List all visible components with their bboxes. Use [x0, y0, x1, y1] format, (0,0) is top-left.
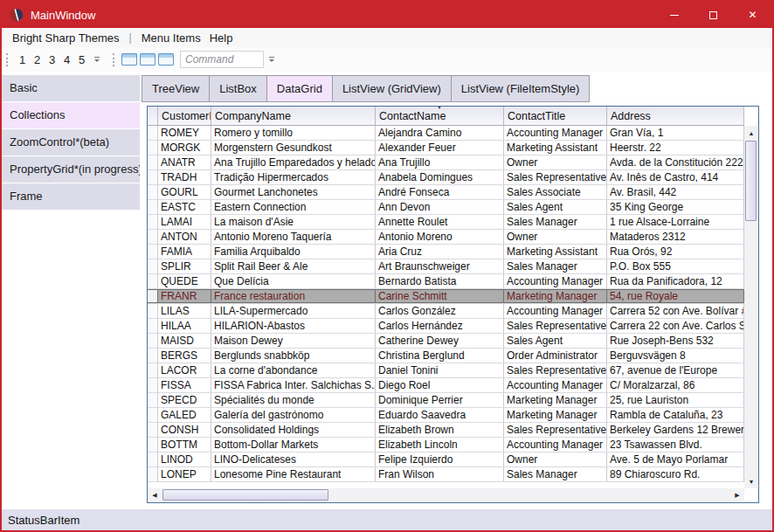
- toolbar-button-3[interactable]: 3: [45, 53, 59, 66]
- grid-cell[interactable]: 89 Chiaroscuro Rd.: [607, 467, 744, 481]
- grid-cell[interactable]: 54, rue Royale: [607, 289, 744, 303]
- grid-cell[interactable]: Morgenstern Gesundkost: [211, 141, 376, 155]
- grid-cell[interactable]: Ave. 5 de Mayo Porlamar: [607, 453, 744, 466]
- grid-cell[interactable]: HILAA: [158, 319, 211, 333]
- grid-cell[interactable]: Accounting Manager: [504, 274, 607, 288]
- grid-cell[interactable]: MAISD: [158, 334, 211, 348]
- grid-cell[interactable]: Aria Cruz: [376, 245, 504, 259]
- grid-cell[interactable]: Marketing Assistant: [504, 245, 607, 259]
- grid-cell[interactable]: Ana Trujillo Emparedados y helados: [211, 155, 376, 169]
- table-row[interactable]: QUEDEQue DelíciaBernardo BatistaAccounti…: [148, 274, 744, 289]
- grid-cell[interactable]: MORGK: [158, 141, 211, 155]
- scroll-up-icon[interactable]: ▲: [744, 126, 758, 140]
- table-row[interactable]: GALEDGalería del gastrónomoEduardo Saave…: [148, 408, 744, 423]
- grid-cell[interactable]: C/ Moralzarzal, 86: [607, 378, 744, 392]
- toolbar-overflow-icon[interactable]: [266, 52, 276, 66]
- sidebar-item-basic[interactable]: Basic: [2, 75, 140, 101]
- grid-cell[interactable]: TRADH: [158, 170, 211, 184]
- window-style-icon[interactable]: [140, 53, 155, 66]
- grid-cell[interactable]: Carrera 52 con Ave. Bolívar #6: [607, 304, 744, 318]
- row-header-stub[interactable]: [148, 319, 158, 333]
- grid-cell[interactable]: ANTON: [158, 230, 211, 244]
- table-row[interactable]: SPLIRSplit Rail Beer & AleArt Braunschwe…: [148, 259, 744, 274]
- toolbar-grip-icon[interactable]: [113, 53, 117, 66]
- grid-cell[interactable]: Accounting Manager: [504, 126, 607, 140]
- grid-cell[interactable]: Av. Inês de Castro, 414: [607, 170, 744, 184]
- grid-cell[interactable]: LINO-Delicateses: [211, 453, 376, 466]
- grid-cell[interactable]: Maison Dewey: [211, 334, 376, 348]
- grid-cell[interactable]: Carlos Hernández: [376, 319, 504, 333]
- grid-cell[interactable]: GALED: [158, 408, 211, 422]
- grid-cell[interactable]: ANATR: [158, 155, 211, 169]
- toolbar-button-4[interactable]: 4: [59, 53, 74, 66]
- row-header-stub[interactable]: [148, 215, 158, 229]
- grid-cell[interactable]: Sales Representative: [504, 423, 607, 437]
- grid-cell[interactable]: SPECD: [158, 393, 211, 407]
- table-row[interactable]: ANATRAna Trujillo Emparedados y heladosA…: [148, 155, 744, 170]
- window-style-icon[interactable]: [158, 53, 174, 66]
- toolbar-overflow-icon[interactable]: [92, 52, 101, 66]
- grid-cell[interactable]: Carlos González: [376, 304, 504, 318]
- grid-cell[interactable]: Av. Brasil, 442: [607, 185, 744, 199]
- row-header-stub[interactable]: [148, 274, 158, 288]
- grid-cell[interactable]: Elizabeth Brown: [376, 423, 504, 437]
- grid-cell[interactable]: Romero y tomillo: [211, 126, 376, 140]
- grid-cell[interactable]: Ana Trujillo: [376, 155, 504, 169]
- grid-cell[interactable]: Sales Representative: [504, 170, 607, 184]
- grid-cell[interactable]: Diego Roel: [376, 378, 504, 392]
- grid-cell[interactable]: BOTTM: [158, 438, 211, 452]
- grid-cell[interactable]: LONEP: [158, 467, 211, 481]
- table-row[interactable]: MAISDMaison DeweyCatherine DeweySales Ag…: [148, 334, 744, 349]
- grid-cell[interactable]: Owner: [504, 453, 607, 466]
- grid-cell[interactable]: France restauration: [211, 289, 376, 303]
- scroll-left-icon[interactable]: ◀: [148, 488, 162, 502]
- row-header-stub[interactable]: [148, 467, 158, 481]
- grid-cell[interactable]: Order Administrator: [504, 349, 607, 363]
- row-header-stub[interactable]: [148, 141, 158, 155]
- grid-cell[interactable]: Lonesome Pine Restaurant: [211, 467, 376, 481]
- minimize-button[interactable]: [654, 2, 694, 28]
- toolbar-button-5[interactable]: 5: [74, 53, 89, 66]
- close-button[interactable]: ✕: [733, 2, 772, 28]
- grid-cell[interactable]: Sales Associate: [504, 185, 607, 199]
- scroll-down-icon[interactable]: ▼: [744, 474, 758, 488]
- row-header-stub[interactable]: [148, 453, 158, 466]
- maximize-button[interactable]: [694, 2, 733, 28]
- grid-cell[interactable]: Accounting Manager: [504, 304, 607, 318]
- grid-cell[interactable]: GOURL: [158, 185, 211, 199]
- row-header-stub[interactable]: [148, 408, 158, 422]
- grid-cell[interactable]: FRANR: [158, 289, 211, 303]
- table-row[interactable]: LAMAILa maison d'AsieAnnette RouletSales…: [148, 215, 744, 230]
- grid-cell[interactable]: Gourmet Lanchonetes: [211, 185, 376, 199]
- grid-cell[interactable]: Spécialités du monde: [211, 393, 376, 407]
- menu-item-help[interactable]: Help: [205, 31, 238, 45]
- grid-cell[interactable]: P.O. Box 555: [607, 259, 744, 273]
- grid-cell[interactable]: Anabela Domingues: [376, 170, 504, 184]
- table-row[interactable]: BOTTMBottom-Dollar MarketsElizabeth Linc…: [148, 438, 744, 453]
- grid-cell[interactable]: Fran Wilson: [376, 467, 504, 481]
- grid-cell[interactable]: Accounting Manager: [504, 378, 607, 392]
- grid-cell[interactable]: LILAS: [158, 304, 211, 318]
- grid-cell[interactable]: Art Braunschweiger: [376, 259, 504, 273]
- table-row[interactable]: CONSHConsolidated HoldingsElizabeth Brow…: [148, 423, 744, 438]
- grid-cell[interactable]: Familia Arquibaldo: [211, 245, 376, 259]
- grid-cell[interactable]: Sales Representative: [504, 363, 607, 377]
- grid-cell[interactable]: Rua da Panificadora, 12: [607, 274, 744, 288]
- grid-cell[interactable]: Rue Joseph-Bens 532: [607, 334, 744, 348]
- grid-cell[interactable]: Split Rail Beer & Ale: [211, 259, 376, 273]
- grid-cell[interactable]: Berkeley Gardens 12 Brewery: [607, 423, 744, 437]
- grid-cell[interactable]: Mataderos 2312: [607, 230, 744, 244]
- table-row[interactable]: LACORLa corne d'abondanceDaniel ToniniSa…: [148, 363, 744, 378]
- grid-cell[interactable]: Carrera 22 con Ave. Carlos Sou: [607, 319, 744, 333]
- grid-cell[interactable]: Bernardo Batista: [376, 274, 504, 288]
- grid-cell[interactable]: Antonio Moreno Taquería: [211, 230, 376, 244]
- row-header-stub[interactable]: [148, 363, 158, 377]
- toolbar-button-2[interactable]: 2: [30, 53, 45, 66]
- table-row[interactable]: FISSAFISSA Fabrica Inter. Salchichas S.A…: [148, 378, 744, 393]
- row-header-stub[interactable]: [148, 259, 158, 273]
- row-header-stub[interactable]: [148, 378, 158, 392]
- grid-cell[interactable]: Consolidated Holdings: [211, 423, 376, 437]
- table-row[interactable]: ROMEYRomero y tomilloAlejandra CaminoAcc…: [148, 126, 744, 141]
- toolbar-button-1[interactable]: 1: [15, 53, 30, 66]
- row-header-stub[interactable]: [148, 334, 158, 348]
